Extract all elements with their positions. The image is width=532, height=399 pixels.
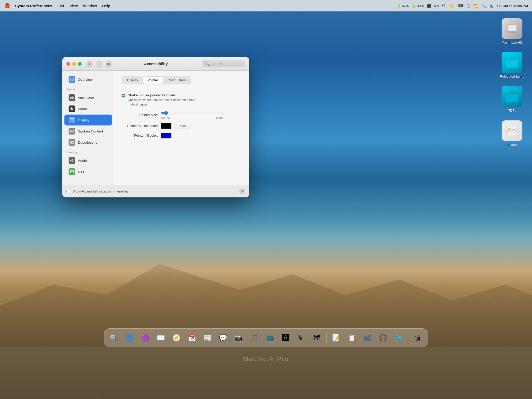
- menubar-window[interactable]: Window: [83, 4, 97, 8]
- tab-pointer[interactable]: Pointer: [143, 77, 163, 84]
- rtt-icon: RTT: [69, 168, 75, 175]
- pause-icon: ⏸: [389, 3, 394, 8]
- content-section: Shake mouse pointer to locate Quickly mo…: [122, 91, 242, 145]
- spoken-content-label: Spoken Content: [78, 129, 103, 133]
- help-button[interactable]: ?: [240, 189, 245, 194]
- bluetooth-icon[interactable]: ⬡: [467, 3, 470, 8]
- dock-item-photos[interactable]: 📷: [232, 331, 246, 345]
- menubar-edit[interactable]: Edit: [57, 4, 64, 8]
- window-grid-button[interactable]: ⊞: [105, 60, 112, 68]
- voiceover-icon: VO: [69, 94, 75, 101]
- audio-icon: [69, 157, 75, 164]
- dock-item-twitter[interactable]: 🐦: [391, 331, 405, 345]
- images-label: Images: [507, 143, 518, 147]
- dock-item-launchpad[interactable]: 🌀: [123, 331, 137, 345]
- sidebar-item-zoom[interactable]: Zoom: [64, 103, 112, 114]
- sidebar-item-overview[interactable]: Overview: [64, 74, 112, 85]
- window-controls: [66, 62, 82, 66]
- macintosh-hd-label: Macintosh HD: [501, 41, 523, 44]
- desktop-icon-pdfs[interactable]: PDFs: [502, 86, 522, 112]
- siri-icon[interactable]: ◎: [490, 3, 494, 8]
- dock-item-mail[interactable]: ✉️: [154, 331, 168, 345]
- fill-color-swatch[interactable]: [161, 133, 171, 138]
- sidebar: Overview Vision VO VoiceOver Zoom Disp: [62, 71, 114, 185]
- rtt-label: RTT: [78, 170, 85, 174]
- accessibility-status-label: Show Accessibility status in menu bar: [72, 189, 129, 193]
- dock-item-tv[interactable]: 📺: [263, 331, 277, 345]
- sidebar-item-display[interactable]: Display: [64, 115, 112, 125]
- dock-item-notes[interactable]: 📝: [329, 331, 343, 345]
- dock-item-appletv[interactable]: 🅰: [278, 331, 292, 345]
- search-input[interactable]: [211, 62, 243, 66]
- search-icon[interactable]: 🔍: [482, 3, 487, 8]
- svg-rect-1: [508, 25, 516, 31]
- search-icon: 🔍: [205, 61, 210, 66]
- slider-min-label: Normal: [161, 116, 170, 119]
- accessibility-window: ‹ › ⊞ Accessibility 🔍 Overview Vision VO: [62, 57, 249, 197]
- shake-mouse-row: Shake mouse pointer to locate Quickly mo…: [122, 93, 242, 107]
- battery-3: ⬛ 16%: [427, 4, 439, 8]
- sidebar-item-descriptions[interactable]: Descriptions: [64, 137, 112, 148]
- pointer-size-slider[interactable]: [161, 111, 223, 115]
- keyboard-icon: ⌨: [457, 3, 463, 8]
- pdfs-label: PDFs: [508, 109, 516, 112]
- tab-color-filters[interactable]: Color Filters: [163, 77, 190, 84]
- sidebar-item-voiceover[interactable]: VO VoiceOver: [64, 92, 112, 103]
- reset-button[interactable]: Reset: [175, 123, 190, 129]
- dock-item-music[interactable]: 🎵: [247, 331, 261, 345]
- macbook-pro-label: MacBook Pro: [243, 355, 289, 363]
- sidebar-item-spoken-content[interactable]: Spoken Content: [64, 126, 112, 137]
- dock: 🔍 🌀 🟣 ✉️ 🧭 📅 📰 💬 📷 🎵 📺 🅰 🎙 🗺 📝 📋 📹 🎧 🐦 🗑: [104, 328, 428, 347]
- tab-display[interactable]: Display: [122, 77, 143, 84]
- window-close-button[interactable]: [66, 62, 70, 66]
- pointer-fill-row: Pointer fill color:: [122, 133, 242, 138]
- dock-item-siri[interactable]: 🟣: [138, 331, 152, 345]
- outline-color-swatch[interactable]: [161, 123, 171, 129]
- sidebar-item-rtt[interactable]: RTT RTT: [64, 166, 112, 177]
- window-nav-buttons: ‹ ›: [86, 60, 103, 68]
- window-search-bar[interactable]: 🔍: [202, 60, 245, 67]
- svg-text:RTT: RTT: [70, 171, 74, 173]
- apple-menu[interactable]: 🍎: [4, 3, 10, 9]
- window-back-button[interactable]: ‹: [86, 60, 93, 68]
- shake-mouse-checkbox[interactable]: [122, 94, 125, 97]
- dock-item-podcasts[interactable]: 🎙: [294, 331, 308, 345]
- menubar-system-prefs[interactable]: System Preferences: [15, 4, 52, 8]
- dock-item-safari[interactable]: 🧭: [169, 331, 183, 345]
- pointer-outline-row: Pointer outline color: Reset: [122, 123, 242, 129]
- svg-rect-2: [510, 31, 514, 32]
- pointer-size-row: Pointer size: Normal Large: [122, 111, 242, 119]
- slider-labels: Normal Large: [161, 116, 223, 119]
- desktop-icon-relocated[interactable]: Relocated Items: [500, 52, 524, 78]
- dock-item-finder[interactable]: 🔍: [107, 331, 121, 345]
- dock-item-maps[interactable]: 🗺: [310, 331, 324, 345]
- accessibility-status-checkbox[interactable]: [66, 190, 70, 193]
- sidebar-item-audio[interactable]: Audio: [64, 155, 112, 166]
- dock-item-messages[interactable]: 💬: [216, 331, 230, 345]
- dock-item-facetime[interactable]: 📹: [360, 331, 374, 345]
- window-forward-button[interactable]: ›: [96, 60, 103, 68]
- wifi-icon[interactable]: 📶: [473, 3, 478, 8]
- slider-max-label: Large: [216, 116, 223, 119]
- pointer-size-slider-container: Normal Large: [161, 111, 223, 119]
- main-content: Display Pointer Color Filters Shake mous…: [114, 71, 249, 185]
- window-maximize-button[interactable]: [78, 62, 82, 66]
- dock-item-news[interactable]: 📰: [201, 331, 215, 345]
- window-minimize-button[interactable]: [72, 62, 76, 66]
- dock-item-reminders[interactable]: 📋: [345, 331, 359, 345]
- desktop-icon-macintosh-hd[interactable]: Macintosh HD: [501, 18, 523, 44]
- svg-text:VO: VO: [70, 97, 74, 99]
- dock-item-calendar[interactable]: 📅: [185, 331, 199, 345]
- menubar-help[interactable]: Help: [102, 4, 110, 8]
- dock-item-trash[interactable]: 🗑: [411, 331, 425, 345]
- shake-mouse-label: Shake mouse pointer to locate: [128, 93, 201, 97]
- dock-item-spotify[interactable]: 🎧: [376, 331, 390, 345]
- sidebar-hearing-header: Hearing: [62, 148, 114, 155]
- brightness-icon[interactable]: ☀️: [449, 3, 454, 8]
- desktop-icon-images[interactable]: Images: [502, 120, 522, 147]
- dock-separator: [326, 332, 327, 343]
- desktop-icons: Macintosh HD Relocated Items PDFs: [500, 18, 524, 147]
- menubar-view[interactable]: View: [69, 4, 78, 8]
- menubar-right: ⏸ 🔋 67% 🔋 39% ⬛ 16% ⏱ ☀️ ⌨ ⬡ 📶 🔍 ◎ Thu J…: [389, 3, 528, 8]
- display-icon: [69, 117, 75, 123]
